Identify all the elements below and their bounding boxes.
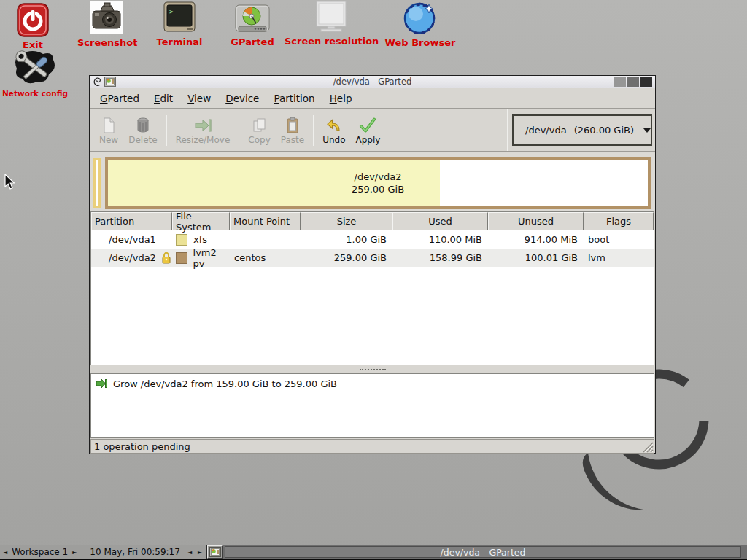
desktop-icon-web-browser[interactable]: Web Browser [382, 1, 458, 48]
filesystem-color-swatch [176, 234, 187, 246]
workspace-prev-icon[interactable]: ◄ [0, 549, 10, 556]
column-header-partition[interactable]: Partition [91, 212, 172, 230]
toolbar-label: Resize/Move [176, 135, 231, 145]
new-partition-icon [100, 116, 117, 135]
cell-mountpoint: centos [234, 252, 266, 263]
apply-button[interactable]: Apply [351, 112, 386, 149]
cell-partition: /dev/vda2 [109, 252, 156, 263]
window-titlebar[interactable]: /dev/vda - GParted [90, 76, 655, 88]
menu-edit[interactable]: Edit [147, 90, 180, 107]
cell-filesystem: lvm2 pv [193, 247, 230, 269]
taskbar: ◄ Workspace 1 ► 10 May, Fri 00:59:17 ◄ ►… [0, 545, 747, 560]
column-header-flags[interactable]: Flags [584, 212, 654, 230]
mouse-cursor [4, 174, 16, 191]
cell-flags: lvm [588, 252, 605, 263]
copy-icon [251, 116, 268, 135]
desktop-icon-screenshot[interactable]: Screenshot [77, 1, 136, 48]
desktop-icon-label: Terminal [155, 36, 204, 47]
desktop-icon-gparted[interactable]: GParted [228, 4, 277, 47]
filesystem-color-swatch [176, 252, 187, 264]
pane-splitter[interactable] [90, 365, 655, 373]
device-selector[interactable]: /dev/vda (260.00 GiB) [512, 114, 652, 146]
toolbar-label: Delete [128, 135, 157, 145]
column-header-unused[interactable]: Unused [488, 212, 584, 230]
table-row-vda2[interactable]: /dev/vda2 lvm2 pv centos 259.00 GiB 158.… [91, 249, 654, 267]
apply-check-icon [358, 116, 377, 135]
window-menu-swirl-icon[interactable] [93, 77, 101, 87]
delete-button: Delete [123, 112, 162, 149]
column-header-used[interactable]: Used [392, 212, 488, 230]
toolbar-separator [239, 115, 239, 146]
desktop-icon-network-config[interactable]: Network config [1, 50, 69, 98]
lock-icon [161, 252, 171, 264]
operations-pane: Grow /dev/vda2 from 159.00 GiB to 259.00… [90, 373, 654, 438]
toolbar-label: Paste [281, 135, 304, 145]
gparted-disk-icon [228, 4, 277, 35]
operation-text: Grow /dev/vda2 from 159.00 GiB to 259.00… [113, 378, 337, 389]
svg-text:>_: >_ [169, 8, 177, 15]
partition-graphic-label: /dev/vda2 259.00 GiB [108, 160, 648, 206]
terminal-icon: >_ [155, 1, 204, 35]
task-icon-button[interactable] [207, 545, 223, 559]
menu-gparted[interactable]: GParted [93, 90, 147, 107]
paste-icon [284, 116, 301, 135]
cell-size: 259.00 GiB [334, 252, 387, 263]
power-icon [10, 3, 55, 38]
grow-arrow-icon [96, 378, 107, 389]
status-text: 1 operation pending [94, 441, 190, 452]
undo-icon [325, 116, 343, 135]
window-title: /dev/vda - GParted [90, 77, 655, 87]
cell-partition: /dev/vda1 [109, 234, 156, 245]
desktop-icon-terminal[interactable]: >_ Terminal [155, 1, 204, 47]
desktop-icon-exit[interactable]: Exit [10, 3, 55, 50]
taskbar-clock: 10 May, Fri 00:59:17 [80, 547, 185, 557]
maximize-button[interactable] [627, 77, 639, 87]
desktop-icon-label: Screenshot [77, 37, 136, 48]
partition-name: /dev/vda2 [355, 171, 402, 183]
desktop-icon-screen-resolution[interactable]: Screen resolution [285, 1, 378, 47]
column-header-mountpoint[interactable]: Mount Point [230, 212, 301, 230]
menu-view[interactable]: View [180, 90, 218, 107]
menubar: GParted Edit View Device Partition Help [90, 89, 655, 109]
chevron-down-icon [643, 128, 651, 133]
column-header-filesystem[interactable]: File System [172, 212, 230, 230]
monitor-icon [285, 1, 378, 34]
close-button[interactable] [640, 77, 652, 87]
resize-move-button: Resize/Move [171, 112, 236, 149]
cell-used: 110.00 MiB [429, 234, 482, 245]
partition-graphic-vda1[interactable] [93, 158, 101, 208]
undo-button[interactable]: Undo [317, 112, 350, 149]
toolbar-label: New [99, 135, 118, 145]
resize-grip[interactable] [640, 440, 654, 453]
statusbar: 1 operation pending [90, 439, 654, 454]
device-name: /dev/vda [525, 125, 567, 136]
menu-help[interactable]: Help [322, 90, 360, 107]
delete-partition-icon [134, 116, 152, 135]
taskbar-window-button[interactable]: /dev/vda - GParted [225, 546, 741, 558]
column-header-size[interactable]: Size [301, 212, 392, 230]
toolbar-separator [507, 109, 508, 151]
table-header-row: Partition File System Mount Point Size U… [91, 212, 654, 230]
globe-icon [382, 1, 458, 36]
cell-size: 1.00 GiB [346, 234, 387, 245]
desktop-icon-label: Exit [10, 39, 55, 50]
tasklist-next-icon[interactable]: ► [195, 549, 205, 556]
new-button: New [94, 112, 123, 149]
partition-graphic-vda2[interactable]: /dev/vda2 259.00 GiB [105, 157, 651, 209]
cell-filesystem: xfs [193, 234, 207, 245]
desktop-icon-label: Network config [1, 89, 69, 98]
toolbar: New Delete [90, 109, 655, 152]
workspace-pager: ◄ Workspace 1 ► 10 May, Fri 00:59:17 ◄ ► [0, 545, 207, 559]
workspace-next-icon[interactable]: ► [69, 549, 80, 556]
toolbar-separator [313, 115, 314, 146]
tasklist-prev-icon[interactable]: ◄ [185, 549, 195, 556]
cell-used: 158.99 GiB [430, 252, 482, 263]
gparted-window: /dev/vda - GParted GParted Edit View Dev… [89, 75, 656, 454]
minimize-button[interactable] [614, 77, 626, 87]
menu-device[interactable]: Device [218, 90, 266, 107]
table-row-vda1[interactable]: /dev/vda1 xfs 1.00 GiB 110.00 MiB 914.00… [91, 230, 654, 249]
menu-partition[interactable]: Partition [266, 90, 322, 107]
gparted-task-icon [209, 547, 221, 557]
toolbar-label: Copy [248, 135, 270, 145]
toolbar-separator [166, 115, 167, 146]
